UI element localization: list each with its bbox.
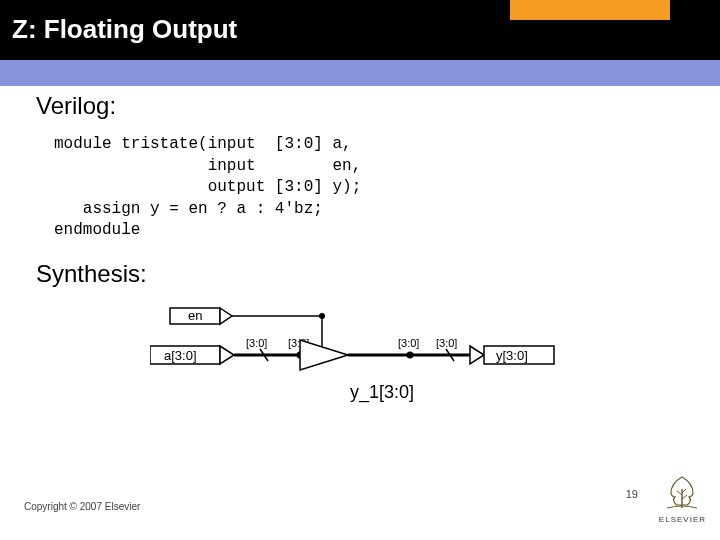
- y-label: y[3:0]: [496, 348, 528, 363]
- bus-label: [3:0]: [436, 337, 457, 349]
- svg-marker-6: [220, 346, 234, 364]
- tristate-schematic-icon: en a[3:0] [3:0] [3:0] [3:0] [3:0]: [150, 302, 570, 412]
- elsevier-logo: ELSEVIER: [659, 475, 706, 524]
- code-line: input en,: [54, 157, 361, 175]
- code-line: assign y = en ? a : 4'bz;: [54, 200, 323, 218]
- a-pin-icon: a[3:0]: [150, 346, 234, 364]
- title-blue-strip: [0, 60, 720, 86]
- svg-marker-10: [300, 340, 348, 370]
- footer: Copyright © 2007 Elsevier 19 ELSEVIER: [0, 480, 720, 530]
- bus-label: [3:0]: [398, 337, 419, 349]
- page-number: 19: [626, 488, 638, 500]
- svg-point-13: [407, 351, 414, 358]
- svg-marker-15: [470, 346, 484, 364]
- bus-label: [3:0]: [246, 337, 267, 349]
- code-line: output [3:0] y);: [54, 178, 361, 196]
- title-orange-accent: [510, 0, 670, 20]
- en-pin-icon: en: [170, 308, 232, 324]
- elsevier-brand-text: ELSEVIER: [659, 515, 706, 524]
- title-bar: Z: Floating Output: [0, 0, 720, 74]
- instance-label: y_1[3:0]: [350, 382, 414, 403]
- page-title: Z: Floating Output: [12, 14, 237, 45]
- en-label: en: [188, 308, 202, 323]
- synthesis-diagram: en a[3:0] [3:0] [3:0] [3:0] [3:0]: [150, 302, 720, 416]
- tristate-buffer-icon: [300, 340, 348, 370]
- code-line: module tristate(input [3:0] a,: [54, 135, 352, 153]
- y-pin-icon: y[3:0]: [470, 346, 554, 364]
- verilog-code: module tristate(input [3:0] a, input en,…: [54, 134, 720, 242]
- synthesis-heading: Synthesis:: [36, 260, 720, 288]
- elsevier-tree-icon: [661, 475, 703, 509]
- a-label: a[3:0]: [164, 348, 197, 363]
- code-line: endmodule: [54, 221, 140, 239]
- copyright-text: Copyright © 2007 Elsevier: [24, 501, 140, 512]
- svg-marker-1: [220, 308, 232, 324]
- verilog-heading: Verilog:: [36, 92, 720, 120]
